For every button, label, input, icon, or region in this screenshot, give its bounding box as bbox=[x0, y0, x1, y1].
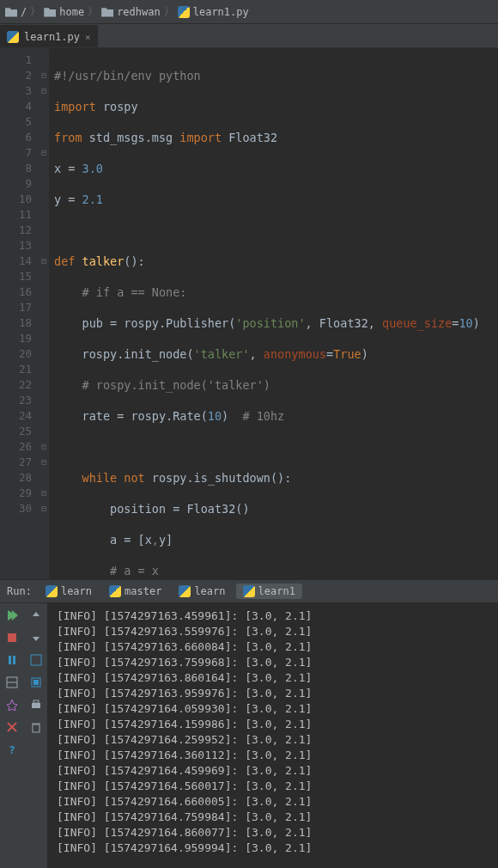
folder-icon bbox=[5, 7, 17, 17]
breadcrumb-separator: 〉 bbox=[30, 4, 40, 19]
editor-tabbar: learn1.py × bbox=[0, 24, 498, 48]
fold-gutter[interactable]: ⊟⊟⊟⊟⊟⊟⊟⊟ bbox=[39, 48, 49, 579]
soft-wrap-button[interactable] bbox=[27, 651, 45, 669]
run-tab-learn[interactable]: learn bbox=[39, 584, 99, 599]
print-button[interactable] bbox=[27, 696, 45, 713]
run-tab-learn2[interactable]: learn bbox=[172, 584, 232, 599]
rerun-button[interactable] bbox=[3, 607, 21, 624]
scroll-button[interactable] bbox=[27, 674, 45, 691]
breadcrumb-home[interactable]: home bbox=[44, 6, 84, 18]
python-icon bbox=[109, 585, 121, 597]
run-label: Run: bbox=[7, 585, 32, 597]
close-button[interactable] bbox=[3, 718, 21, 736]
run-tool-column: ? bbox=[0, 603, 24, 868]
editor-tab[interactable]: learn1.py × bbox=[0, 25, 98, 47]
breadcrumb-user[interactable]: redhwan bbox=[101, 6, 161, 18]
svg-rect-4 bbox=[31, 655, 41, 665]
pin-button[interactable] bbox=[3, 696, 21, 713]
code-editor[interactable]: 1234567891011121314151617181920212223242… bbox=[0, 48, 498, 579]
run-console: ? [INFO] [1574297163.459961]: [3.0, 2.1]… bbox=[0, 603, 498, 868]
run-tool-column-2 bbox=[24, 603, 48, 868]
python-icon bbox=[179, 585, 191, 597]
trash-button[interactable] bbox=[27, 718, 45, 736]
svg-rect-6 bbox=[33, 680, 39, 685]
pause-icon bbox=[9, 656, 15, 664]
close-icon[interactable]: × bbox=[85, 32, 91, 43]
python-icon bbox=[178, 6, 190, 18]
python-icon bbox=[243, 585, 255, 597]
breadcrumb-separator: 〉 bbox=[164, 4, 174, 19]
run-toolbar: Run: learn master learn learn1 bbox=[0, 579, 498, 603]
stop-button[interactable] bbox=[3, 629, 21, 646]
breadcrumb-root[interactable]: / bbox=[5, 6, 27, 18]
help-button[interactable]: ? bbox=[3, 741, 21, 758]
folder-icon bbox=[44, 7, 56, 17]
line-number-gutter: 1234567891011121314151617181920212223242… bbox=[0, 48, 39, 579]
run-tab-master[interactable]: master bbox=[102, 584, 168, 599]
breadcrumb-bar: / 〉 home 〉 redhwan 〉 learn1.py bbox=[0, 0, 498, 24]
pause-button[interactable] bbox=[3, 651, 21, 669]
svg-rect-9 bbox=[33, 724, 39, 732]
console-output[interactable]: [INFO] [1574297163.459961]: [3.0, 2.1] [… bbox=[48, 603, 498, 868]
code-area[interactable]: #!/usr/bin/env python import rospy from … bbox=[49, 48, 498, 579]
folder-icon bbox=[101, 7, 113, 17]
breadcrumb-file[interactable]: learn1.py bbox=[178, 6, 249, 18]
stop-icon bbox=[8, 633, 16, 642]
breadcrumb-separator: 〉 bbox=[88, 4, 98, 19]
run-tab-learn1[interactable]: learn1 bbox=[236, 584, 302, 599]
python-icon bbox=[46, 585, 58, 597]
layout-button[interactable] bbox=[3, 674, 21, 691]
svg-rect-7 bbox=[32, 703, 40, 708]
down-button[interactable] bbox=[27, 629, 45, 646]
svg-rect-8 bbox=[33, 700, 39, 703]
tab-label: learn1.py bbox=[24, 31, 80, 43]
python-icon bbox=[7, 31, 19, 43]
up-button[interactable] bbox=[27, 607, 45, 624]
